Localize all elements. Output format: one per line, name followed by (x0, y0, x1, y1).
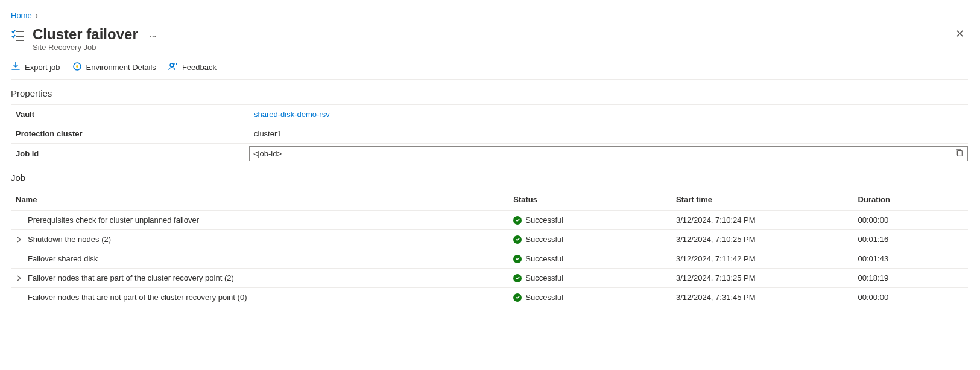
close-icon[interactable]: ✕ (952, 26, 968, 42)
status-text: Successful (525, 293, 563, 302)
svg-point-4 (76, 65, 78, 68)
table-row[interactable]: Failover nodes that are not part of the … (11, 288, 968, 307)
property-row-jobid: Job id <job-id> (11, 144, 968, 164)
success-icon (513, 216, 522, 225)
more-actions-icon[interactable]: ··· (150, 32, 156, 41)
success-icon (513, 274, 522, 282)
properties-heading: Properties (11, 88, 968, 98)
environment-icon (72, 62, 82, 73)
step-name: Failover nodes that are not part of the … (16, 293, 247, 302)
job-table: Name Status Start time Duration Prerequi… (11, 189, 968, 307)
start-time: 3/12/2024, 7:13:25 PM (671, 269, 853, 288)
step-name: Prerequisites check for cluster unplanne… (16, 215, 199, 225)
duration: 00:01:16 (853, 230, 968, 249)
property-row-cluster: Protection cluster cluster1 (11, 124, 968, 144)
start-time: 3/12/2024, 7:11:42 PM (671, 249, 853, 269)
duration: 00:18:19 (853, 269, 968, 288)
environment-details-label: Environment Details (86, 63, 156, 72)
duration: 00:00:00 (853, 211, 968, 230)
start-time: 3/12/2024, 7:31:45 PM (671, 288, 853, 307)
start-time: 3/12/2024, 7:10:24 PM (671, 211, 853, 230)
status-text: Successful (525, 235, 563, 244)
property-row-vault: Vault shared-disk-demo-rsv (11, 105, 968, 124)
feedback-icon (168, 62, 178, 73)
chevron-right-icon[interactable] (16, 237, 23, 243)
protection-cluster-label: Protection cluster (11, 124, 249, 144)
page-title: Cluster failover (33, 26, 138, 43)
job-id-field[interactable]: <job-id> (249, 146, 968, 161)
toolbar: Export job Environment Details Feedback (11, 56, 968, 80)
breadcrumb: Home › (11, 11, 968, 20)
col-header-duration[interactable]: Duration (853, 189, 968, 211)
page-header: Cluster failover ··· Site Recovery Job ✕ (11, 26, 968, 52)
environment-details-button[interactable]: Environment Details (72, 62, 156, 73)
col-header-start-time[interactable]: Start time (671, 189, 853, 211)
feedback-button[interactable]: Feedback (168, 62, 217, 73)
table-row[interactable]: Failover nodes that are part of the clus… (11, 269, 968, 288)
properties-table: Vault shared-disk-demo-rsv Protection cl… (11, 104, 968, 164)
chevron-right-icon: › (36, 11, 38, 20)
table-row[interactable]: Prerequisites check for cluster unplanne… (11, 211, 968, 230)
success-icon (513, 293, 522, 302)
job-id-label: Job id (11, 144, 249, 164)
job-heading: Job (11, 173, 968, 183)
download-icon (11, 62, 21, 73)
step-name: Failover nodes that are part of the clus… (25, 273, 234, 282)
step-name: Shutdown the nodes (2) (25, 235, 111, 244)
step-name: Failover shared disk (16, 254, 98, 263)
vault-link[interactable]: shared-disk-demo-rsv (254, 110, 330, 119)
col-header-name[interactable]: Name (11, 189, 508, 211)
status-text: Successful (525, 215, 563, 225)
start-time: 3/12/2024, 7:10:25 PM (671, 230, 853, 249)
protection-cluster-value: cluster1 (249, 124, 968, 144)
job-id-value: <job-id> (253, 149, 282, 158)
status-text: Successful (525, 254, 563, 263)
success-icon (513, 255, 522, 263)
feedback-label: Feedback (182, 63, 217, 72)
breadcrumb-home-link[interactable]: Home (11, 11, 32, 20)
status-text: Successful (525, 273, 563, 282)
col-header-status[interactable]: Status (508, 189, 671, 211)
chevron-right-icon[interactable] (16, 275, 23, 281)
duration: 00:01:43 (853, 249, 968, 269)
table-row[interactable]: Failover shared diskSuccessful3/12/2024,… (11, 249, 968, 269)
export-job-label: Export job (25, 63, 60, 72)
checklist-icon (11, 28, 25, 43)
page-subtitle: Site Recovery Job (33, 43, 944, 52)
vault-label: Vault (11, 105, 249, 124)
duration: 00:00:00 (853, 288, 968, 307)
copy-icon[interactable] (955, 148, 964, 159)
success-icon (513, 235, 522, 244)
table-row[interactable]: Shutdown the nodes (2)Successful3/12/202… (11, 230, 968, 249)
export-job-button[interactable]: Export job (11, 62, 60, 73)
